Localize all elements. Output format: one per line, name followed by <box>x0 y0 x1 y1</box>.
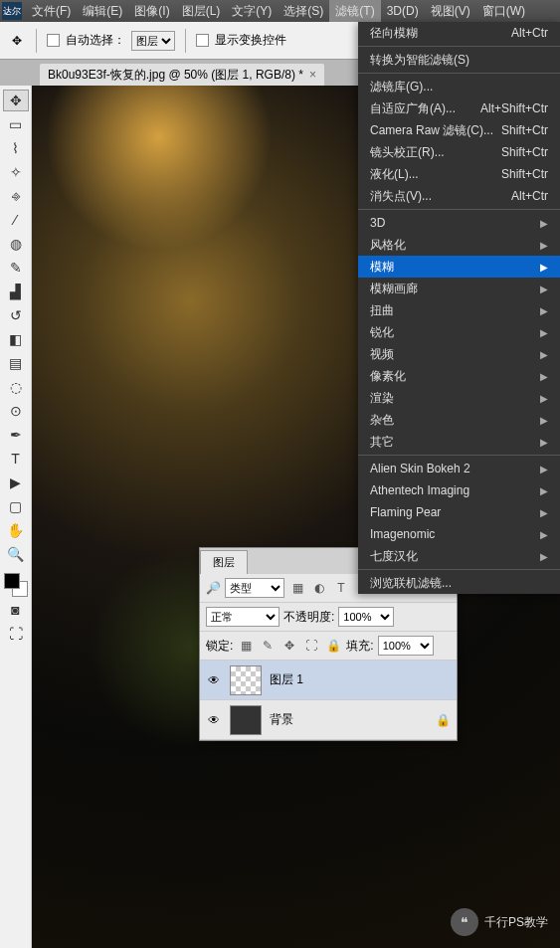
dodge-tool[interactable]: ⊙ <box>3 400 29 422</box>
eyedropper-tool[interactable]: ⁄ <box>3 209 29 231</box>
brush-tool[interactable]: ✎ <box>3 257 29 279</box>
show-transform-label: 显示变换控件 <box>215 32 286 49</box>
menu-video[interactable]: 视频▶ <box>358 343 560 365</box>
layer-thumbnail[interactable] <box>230 705 262 735</box>
pen-tool[interactable]: ✒ <box>3 424 29 446</box>
menu-type[interactable]: 文字(Y) <box>226 0 278 22</box>
blend-row: 正常 不透明度: 100% <box>200 603 457 632</box>
menu-view[interactable]: 视图(V) <box>425 0 476 22</box>
menu-qidu[interactable]: 七度汉化▶ <box>358 545 560 567</box>
filter-adjust-icon[interactable]: ◐ <box>310 580 328 596</box>
menu-3d-filters[interactable]: 3D▶ <box>358 212 560 234</box>
menu-filter[interactable]: 滤镜(T) <box>329 0 380 22</box>
menu-render[interactable]: 渲染▶ <box>358 387 560 409</box>
visibility-icon[interactable]: 👁 <box>206 713 222 727</box>
auto-select-target[interactable]: 图层 <box>131 31 175 51</box>
menu-3d[interactable]: 3D(D) <box>381 0 425 22</box>
menu-vanishing-point[interactable]: 消失点(V)...Alt+Ctr <box>358 185 560 207</box>
menu-flaming-pear[interactable]: Flaming Pear▶ <box>358 501 560 523</box>
lock-brush-icon[interactable]: ✎ <box>259 638 277 654</box>
menu-select[interactable]: 选择(S) <box>278 0 329 22</box>
blur-tool[interactable]: ◌ <box>3 376 29 398</box>
lock-all-icon[interactable]: 🔒 <box>324 638 342 654</box>
marquee-tool[interactable]: ▭ <box>3 113 29 135</box>
visibility-icon[interactable]: 👁 <box>206 673 222 687</box>
gradient-tool[interactable]: ▤ <box>3 352 29 374</box>
layer-row[interactable]: 👁 背景 🔒 <box>200 700 457 740</box>
menu-pixelate[interactable]: 像素化▶ <box>358 365 560 387</box>
clone-stamp-tool[interactable]: ▟ <box>3 281 29 302</box>
menu-bar: 达尔 文件(F) 编辑(E) 图像(I) 图层(L) 文字(Y) 选择(S) 滤… <box>0 0 560 22</box>
lock-pixels-icon[interactable]: ▦ <box>237 638 255 654</box>
menu-edit[interactable]: 编辑(E) <box>77 0 128 22</box>
watermark: ❝ 千行PS教学 <box>451 908 548 936</box>
menu-file[interactable]: 文件(F) <box>26 0 77 22</box>
quick-mask-tool[interactable]: ◙ <box>3 599 29 621</box>
healing-brush-tool[interactable]: ◍ <box>3 233 29 255</box>
filter-pixel-icon[interactable]: ▦ <box>288 580 306 596</box>
menu-window[interactable]: 窗口(W) <box>476 0 531 22</box>
history-brush-tool[interactable]: ↺ <box>3 304 29 326</box>
show-transform-checkbox[interactable] <box>196 34 209 47</box>
menu-alien-skin[interactable]: Alien Skin Bokeh 2▶ <box>358 458 560 479</box>
menu-last-filter[interactable]: 径向模糊Alt+Ctr <box>358 22 560 44</box>
lock-row: 锁定: ▦ ✎ ✥ ⛶ 🔒 填充: 100% <box>200 632 457 661</box>
menu-other[interactable]: 其它▶ <box>358 431 560 453</box>
layer-thumbnail[interactable] <box>230 665 262 695</box>
auto-select-checkbox[interactable] <box>47 34 60 47</box>
menu-filter-gallery[interactable]: 滤镜库(G)... <box>358 76 560 97</box>
hand-tool[interactable]: ✋ <box>3 519 29 541</box>
app-logo: 达尔 <box>2 2 22 20</box>
wechat-icon: ❝ <box>451 908 478 936</box>
document-tab[interactable]: Bk0u93E3f-恢复的.jpg @ 50% (图层 1, RGB/8) * … <box>40 64 324 86</box>
menu-convert-smart[interactable]: 转换为智能滤镜(S) <box>358 49 560 71</box>
eraser-tool[interactable]: ◧ <box>3 328 29 350</box>
menu-liquify[interactable]: 液化(L)...Shift+Ctr <box>358 163 560 185</box>
filter-type-icon[interactable]: T <box>332 580 350 596</box>
lasso-tool[interactable]: ⌇ <box>3 137 29 159</box>
color-swatch[interactable] <box>4 573 28 597</box>
watermark-text: 千行PS教学 <box>484 914 548 931</box>
menu-distort[interactable]: 扭曲▶ <box>358 299 560 321</box>
menu-sharpen[interactable]: 锐化▶ <box>358 321 560 343</box>
menu-athentech[interactable]: Athentech Imaging▶ <box>358 479 560 501</box>
lock-icon: 🔒 <box>436 713 451 727</box>
fill-label: 填充: <box>346 638 373 655</box>
type-tool[interactable]: T <box>3 448 29 470</box>
menu-camera-raw[interactable]: Camera Raw 滤镜(C)...Shift+Ctr <box>358 119 560 141</box>
move-tool[interactable]: ✥ <box>3 90 29 111</box>
path-select-tool[interactable]: ▶ <box>3 472 29 493</box>
menu-stylize[interactable]: 风格化▶ <box>358 234 560 256</box>
filter-type-select[interactable]: 类型 <box>225 578 284 598</box>
menu-lens-correction[interactable]: 镜头校正(R)...Shift+Ctr <box>358 141 560 163</box>
move-tool-icon: ✥ <box>8 32 26 50</box>
blend-mode-select[interactable]: 正常 <box>206 607 280 627</box>
foreground-color[interactable] <box>4 573 20 589</box>
screen-mode-tool[interactable]: ⛶ <box>3 623 29 645</box>
magic-wand-tool[interactable]: ✧ <box>3 161 29 183</box>
close-tab-icon[interactable]: × <box>309 68 316 82</box>
layer-name[interactable]: 图层 1 <box>270 671 303 688</box>
menu-image[interactable]: 图像(I) <box>128 0 175 22</box>
menu-noise[interactable]: 杂色▶ <box>358 409 560 431</box>
lock-position-icon[interactable]: ✥ <box>280 638 298 654</box>
layer-name[interactable]: 背景 <box>270 711 293 728</box>
layer-list: 👁 图层 1 👁 背景 🔒 <box>200 661 457 740</box>
menu-blur[interactable]: 模糊▶ <box>358 256 560 278</box>
rectangle-tool[interactable]: ▢ <box>3 495 29 517</box>
layers-tab[interactable]: 图层 <box>200 550 248 574</box>
opacity-input[interactable]: 100% <box>338 607 394 627</box>
menu-browse-online[interactable]: 浏览联机滤镜... <box>358 572 560 594</box>
menu-layer[interactable]: 图层(L) <box>176 0 227 22</box>
lock-label: 锁定: <box>206 638 233 655</box>
separator <box>185 29 186 53</box>
layer-row[interactable]: 👁 图层 1 <box>200 661 457 700</box>
crop-tool[interactable]: ⎆ <box>3 185 29 207</box>
lock-artboard-icon[interactable]: ⛶ <box>302 638 320 654</box>
zoom-tool[interactable]: 🔍 <box>3 543 29 565</box>
menu-imagenomic[interactable]: Imagenomic▶ <box>358 523 560 545</box>
menu-blur-gallery[interactable]: 模糊画廊▶ <box>358 278 560 299</box>
separator <box>36 29 37 53</box>
fill-input[interactable]: 100% <box>378 636 434 656</box>
menu-adaptive-wide[interactable]: 自适应广角(A)...Alt+Shift+Ctr <box>358 97 560 119</box>
